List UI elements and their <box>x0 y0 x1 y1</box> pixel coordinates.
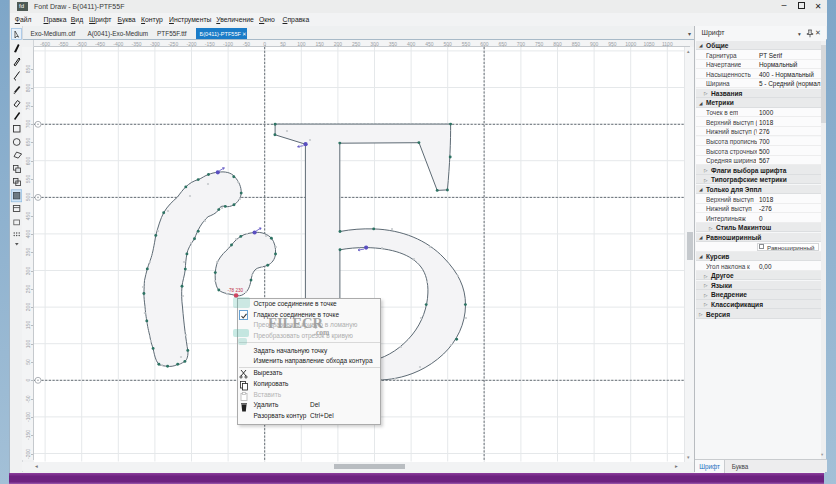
svg-text:-78 230: -78 230 <box>228 288 244 293</box>
